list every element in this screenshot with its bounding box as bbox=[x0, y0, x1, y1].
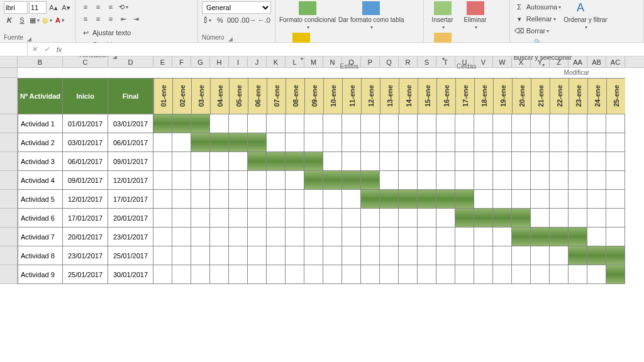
gantt-cell[interactable] bbox=[512, 246, 531, 265]
gantt-cell[interactable] bbox=[380, 171, 399, 190]
gantt-cell[interactable] bbox=[229, 114, 248, 133]
gantt-cell[interactable] bbox=[172, 265, 191, 284]
gantt-cell[interactable] bbox=[323, 114, 342, 133]
gantt-cell[interactable] bbox=[569, 171, 587, 190]
gantt-cell[interactable] bbox=[531, 209, 550, 228]
gantt-cell[interactable] bbox=[550, 152, 569, 171]
activity-end[interactable]: 03/01/2017 bbox=[108, 114, 153, 133]
gantt-cell[interactable] bbox=[323, 209, 342, 228]
clear-button[interactable]: Borrar bbox=[526, 25, 550, 36]
gantt-cell[interactable] bbox=[191, 265, 210, 284]
gantt-cell[interactable] bbox=[569, 114, 587, 133]
fill-icon[interactable]: ▾ bbox=[514, 13, 525, 25]
gantt-cell[interactable] bbox=[267, 209, 286, 228]
activity-end[interactable]: 17/01/2017 bbox=[108, 190, 153, 209]
activity-start[interactable]: 23/01/2017 bbox=[63, 246, 108, 265]
gantt-cell[interactable] bbox=[172, 152, 191, 171]
gantt-cell[interactable] bbox=[286, 152, 304, 171]
gantt-cell[interactable] bbox=[399, 133, 418, 152]
activity-start[interactable]: 03/01/2017 bbox=[63, 133, 108, 152]
gantt-cell[interactable] bbox=[361, 190, 380, 209]
gantt-cell[interactable] bbox=[323, 190, 342, 209]
gantt-cell[interactable] bbox=[286, 228, 304, 246]
gantt-cell[interactable] bbox=[606, 114, 625, 133]
gantt-cell[interactable] bbox=[455, 114, 474, 133]
gantt-cell[interactable] bbox=[455, 133, 474, 152]
gantt-cell[interactable] bbox=[512, 209, 531, 228]
gantt-cell[interactable] bbox=[210, 114, 229, 133]
number-format-select[interactable]: General bbox=[202, 1, 271, 14]
gantt-cell[interactable] bbox=[191, 246, 210, 265]
activity-start[interactable]: 09/01/2017 bbox=[63, 171, 108, 190]
gantt-cell[interactable] bbox=[550, 228, 569, 246]
activity-start[interactable]: 20/01/2017 bbox=[63, 228, 108, 246]
gantt-cell[interactable] bbox=[153, 133, 172, 152]
col-header-F[interactable]: F bbox=[172, 57, 191, 67]
gantt-cell[interactable] bbox=[267, 190, 286, 209]
gantt-cell[interactable] bbox=[304, 114, 323, 133]
gantt-cell[interactable] bbox=[606, 171, 625, 190]
gantt-cell[interactable] bbox=[474, 152, 493, 171]
gantt-cell[interactable] bbox=[191, 228, 210, 246]
activity-name[interactable]: Actividad 4 bbox=[18, 171, 63, 190]
gantt-cell[interactable] bbox=[323, 152, 342, 171]
gantt-cell[interactable] bbox=[361, 114, 380, 133]
gantt-cell[interactable] bbox=[248, 246, 267, 265]
gantt-cell[interactable] bbox=[380, 246, 399, 265]
gantt-cell[interactable] bbox=[191, 209, 210, 228]
gantt-cell[interactable] bbox=[361, 209, 380, 228]
gantt-cell[interactable] bbox=[569, 265, 587, 284]
activity-end[interactable]: 09/01/2017 bbox=[108, 152, 153, 171]
clear-icon[interactable]: ⌫ bbox=[514, 25, 525, 36]
gantt-cell[interactable] bbox=[342, 228, 361, 246]
gantt-cell[interactable] bbox=[248, 190, 267, 209]
gantt-cell[interactable] bbox=[342, 246, 361, 265]
accept-formula-icon[interactable]: ✓ bbox=[40, 45, 53, 53]
gantt-cell[interactable] bbox=[569, 209, 587, 228]
gantt-cell[interactable] bbox=[436, 265, 455, 284]
gantt-cell[interactable] bbox=[229, 171, 248, 190]
align-top-icon[interactable]: ≡ bbox=[80, 1, 91, 13]
gantt-cell[interactable] bbox=[587, 171, 606, 190]
col-header-X[interactable]: X bbox=[512, 57, 531, 67]
gantt-cell[interactable] bbox=[455, 228, 474, 246]
gantt-cell[interactable] bbox=[455, 152, 474, 171]
fx-icon[interactable]: fx bbox=[53, 46, 65, 53]
gantt-cell[interactable] bbox=[380, 133, 399, 152]
gantt-cell[interactable] bbox=[286, 171, 304, 190]
gantt-cell[interactable] bbox=[399, 246, 418, 265]
gantt-cell[interactable] bbox=[323, 228, 342, 246]
col-header-Z[interactable]: Z bbox=[550, 57, 569, 67]
gantt-cell[interactable] bbox=[569, 152, 587, 171]
gantt-cell[interactable] bbox=[153, 114, 172, 133]
gantt-cell[interactable] bbox=[323, 133, 342, 152]
gantt-cell[interactable] bbox=[286, 265, 304, 284]
gantt-cell[interactable] bbox=[418, 265, 436, 284]
activity-start[interactable]: 12/01/2017 bbox=[63, 190, 108, 209]
gantt-cell[interactable] bbox=[304, 246, 323, 265]
font-size-select[interactable] bbox=[29, 1, 47, 14]
autosum-button[interactable]: Autosuma bbox=[526, 1, 562, 13]
activity-name[interactable]: Actividad 6 bbox=[18, 209, 63, 228]
wrap-text-icon[interactable]: ↩ bbox=[80, 27, 91, 38]
gantt-cell[interactable] bbox=[361, 133, 380, 152]
gantt-cell[interactable] bbox=[531, 171, 550, 190]
gantt-cell[interactable] bbox=[436, 152, 455, 171]
gantt-cell[interactable] bbox=[304, 228, 323, 246]
gantt-cell[interactable] bbox=[380, 209, 399, 228]
gantt-cell[interactable] bbox=[267, 246, 286, 265]
gantt-cell[interactable] bbox=[606, 209, 625, 228]
gantt-cell[interactable] bbox=[418, 246, 436, 265]
col-header-U[interactable]: U bbox=[455, 57, 474, 67]
gantt-cell[interactable] bbox=[342, 265, 361, 284]
gantt-cell[interactable] bbox=[267, 114, 286, 133]
col-header-W[interactable]: W bbox=[493, 57, 512, 67]
gantt-cell[interactable] bbox=[569, 133, 587, 152]
gantt-cell[interactable] bbox=[191, 171, 210, 190]
gantt-cell[interactable] bbox=[587, 228, 606, 246]
gantt-cell[interactable] bbox=[248, 133, 267, 152]
gantt-cell[interactable] bbox=[455, 246, 474, 265]
gantt-cell[interactable] bbox=[342, 209, 361, 228]
gantt-cell[interactable] bbox=[361, 228, 380, 246]
gantt-cell[interactable] bbox=[304, 152, 323, 171]
